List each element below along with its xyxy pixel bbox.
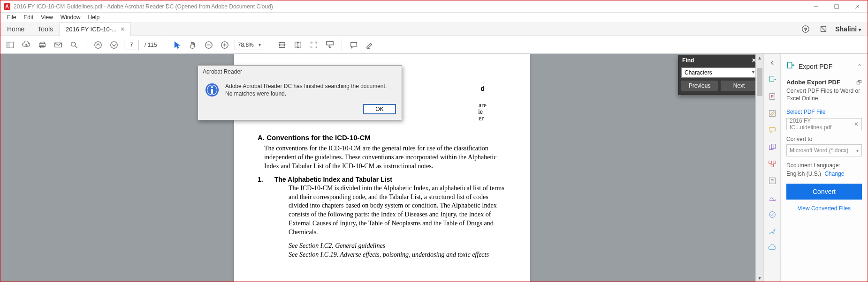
doc-see2: See Section I.C.19. Adverse effects, poi… <box>289 251 506 260</box>
doc-frag: d <box>480 85 485 92</box>
find-previous-button[interactable]: Previous <box>681 81 718 91</box>
tab-close-icon[interactable]: × <box>121 25 124 33</box>
export-pdf-panel: Export PDF ⌃ Adobe Export PDF 🗗 Convert … <box>780 54 868 282</box>
export-panel-header[interactable]: Export PDF ⌃ <box>786 58 862 79</box>
close-window-button[interactable] <box>847 0 868 13</box>
rail-send-icon[interactable] <box>767 209 777 220</box>
minimize-button[interactable] <box>806 0 826 13</box>
read-mode-icon[interactable] <box>324 39 336 51</box>
format-value: Microsoft Word (*.docx) <box>790 147 848 154</box>
rail-save-cloud-icon[interactable] <box>767 243 777 253</box>
find-input[interactable] <box>681 67 757 78</box>
rail-compress-icon[interactable] <box>767 176 777 186</box>
scroll-down-icon[interactable]: ▾ <box>756 274 763 282</box>
toolbar-separator <box>342 39 342 51</box>
help-icon[interactable]: ? <box>799 23 812 35</box>
chevron-down-icon: ▾ <box>259 42 261 47</box>
change-lang-link[interactable]: Change <box>824 171 844 177</box>
find-title: Find <box>682 57 694 64</box>
svg-rect-42 <box>788 62 792 68</box>
rail-combine-icon[interactable] <box>767 142 777 152</box>
scrollbar[interactable]: ▴ ▾ <box>755 54 763 282</box>
dialog-ok-button[interactable]: OK <box>363 104 396 114</box>
menu-file[interactable]: File <box>3 13 20 22</box>
svg-line-17 <box>75 45 77 48</box>
external-link-icon[interactable]: 🗗 <box>856 79 862 86</box>
rail-fill-sign-icon[interactable] <box>767 193 777 203</box>
signin-user[interactable]: Shalini ▾ <box>835 25 861 33</box>
zoom-in-icon[interactable] <box>219 39 231 51</box>
fit-page-icon[interactable] <box>292 39 304 51</box>
zoom-level-select[interactable]: 78.8% ▾ <box>235 40 264 50</box>
cloud-save-icon[interactable] <box>20 39 32 51</box>
svg-rect-38 <box>771 164 773 167</box>
page-down-icon[interactable] <box>108 39 120 51</box>
scrollbar-thumb[interactable] <box>757 68 762 96</box>
search-icon[interactable] <box>68 39 80 51</box>
fullscreen-icon[interactable] <box>308 39 320 51</box>
doc-item1-body: The ICD-10-CM is divided into the Alphab… <box>289 184 506 237</box>
find-popup: Find ✕ ▾ Previous Next <box>678 55 761 95</box>
svg-rect-13 <box>39 44 46 46</box>
rail-share-icon[interactable] <box>767 226 777 237</box>
title-bar: 2016 FY ICD-10-CM Guidelines.pdf - Adobe… <box>0 0 868 13</box>
zoom-out-icon[interactable] <box>203 39 215 51</box>
document-tab-label: 2016 FY ICD-10-... <box>66 26 117 33</box>
fit-width-icon[interactable] <box>276 39 288 51</box>
email-icon[interactable] <box>52 39 64 51</box>
zoom-value: 78.8% <box>238 42 254 48</box>
nav-tools[interactable]: Tools <box>31 22 60 36</box>
svg-point-46 <box>211 86 213 88</box>
export-panel-title: Export PDF <box>799 63 832 70</box>
export-pdf-icon <box>786 61 795 71</box>
page-up-icon[interactable] <box>92 39 104 51</box>
menu-help[interactable]: Help <box>84 13 104 22</box>
select-tool-icon[interactable] <box>171 39 183 51</box>
select-pdf-link[interactable]: Select PDF File <box>786 109 862 115</box>
svg-text:?: ? <box>804 26 807 31</box>
rail-organize-icon[interactable] <box>767 159 777 169</box>
svg-line-8 <box>821 26 826 31</box>
format-select[interactable]: Microsoft Word (*.docx) ▾ <box>786 144 862 156</box>
window-title: 2016 FY ICD-10-CM Guidelines.pdf - Adobe… <box>14 3 273 10</box>
comment-icon[interactable] <box>348 39 360 51</box>
highlight-icon[interactable] <box>364 39 376 51</box>
svg-point-16 <box>71 42 76 46</box>
page-number-input[interactable] <box>124 40 139 50</box>
view-converted-link[interactable]: View Converted Files <box>786 205 862 212</box>
rail-edit-icon[interactable] <box>767 108 777 119</box>
dialog-title: Acrobat Reader <box>198 66 402 78</box>
document-tab[interactable]: 2016 FY ICD-10-... × <box>60 22 130 36</box>
svg-rect-27 <box>327 41 333 45</box>
rail-export-icon[interactable] <box>767 74 777 85</box>
export-description: Convert PDF Files to Word or Excel Onlin… <box>786 88 862 102</box>
menu-view[interactable]: View <box>37 13 57 22</box>
doc-item1-num: 1. <box>258 176 263 183</box>
notification-icon[interactable] <box>817 23 830 35</box>
menu-edit[interactable]: Edit <box>20 13 37 22</box>
convert-button[interactable]: Convert <box>786 184 862 200</box>
doc-heading-a: A. Conventions for the ICD-10-CM <box>258 134 506 141</box>
sidebar-toggle-icon[interactable] <box>4 39 16 51</box>
rail-collapse-icon[interactable] <box>767 58 777 68</box>
svg-point-41 <box>769 212 775 218</box>
chevron-up-icon[interactable]: ⌃ <box>857 63 862 70</box>
page-total: / 115 <box>143 42 159 48</box>
nav-home[interactable]: Home <box>0 22 31 36</box>
rail-create-icon[interactable]: P <box>767 91 777 102</box>
selected-file-name: 2016 FY IC...uidelines.pdf <box>790 118 854 131</box>
find-dropdown-icon[interactable]: ▾ <box>752 69 754 74</box>
svg-text:P: P <box>770 94 773 99</box>
scroll-up-icon[interactable]: ▴ <box>756 54 763 61</box>
maximize-button[interactable] <box>826 0 847 13</box>
app-icon <box>3 3 11 10</box>
menu-window[interactable]: Window <box>57 13 84 22</box>
svg-point-18 <box>95 41 101 48</box>
hand-tool-icon[interactable] <box>187 39 199 51</box>
rail-comment-icon[interactable] <box>767 125 777 135</box>
selected-file-field[interactable]: 2016 FY IC...uidelines.pdf ✕ <box>786 118 862 130</box>
print-icon[interactable] <box>36 39 48 51</box>
info-icon <box>205 82 220 97</box>
clear-file-icon[interactable]: ✕ <box>854 121 859 127</box>
find-next-button[interactable]: Next <box>721 81 757 91</box>
